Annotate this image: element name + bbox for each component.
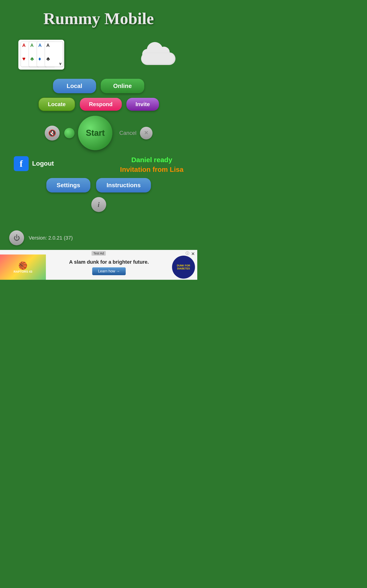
sub-mode-row: Locate Respond Invite (38, 97, 159, 111)
main-mode-row: Local Online (53, 79, 144, 93)
power-button[interactable]: ⏻ (9, 230, 24, 245)
respond-button[interactable]: Respond (80, 98, 122, 111)
cancel-label: Cancel (119, 130, 136, 136)
settings-instructions-row: Settings Instructions (46, 178, 151, 192)
instructions-button[interactable]: Instructions (96, 178, 151, 192)
facebook-icon: f (14, 156, 29, 171)
cancel-area: Cancel ✕ (119, 127, 152, 139)
ad-cta-button[interactable]: Learn how → (92, 267, 125, 275)
ad-badge: DUNK FOR DIABETES (172, 256, 195, 279)
info-button[interactable]: i (91, 197, 106, 212)
ad-headline: A slam dunk for a brighter future. (69, 259, 149, 265)
mute-icon: 🔇 (48, 129, 56, 137)
invitation-status: Invitation from Lisa (120, 166, 184, 173)
info-icon: i (98, 201, 100, 208)
ad-info-icon: ⓘ (186, 251, 189, 256)
cancel-button[interactable]: ✕ (140, 127, 152, 139)
player-dot-1 (64, 128, 75, 138)
player-ready-status: Daniel ready (131, 156, 172, 164)
cards-cloud-row: A ♥ A A ♣ A A ♦ A A ♣ A (0, 40, 197, 69)
ad-image: 🏀 RAPTORS 43 (0, 254, 46, 280)
card-4: A ♣ A (45, 42, 63, 67)
mode-buttons-section: Local Online Locate Respond Invite (0, 79, 197, 111)
app-title: Rummy Mobile (0, 9, 197, 28)
start-button[interactable]: Start (78, 116, 112, 150)
ad-badge-text: DUNK FOR DIABETES (172, 264, 195, 270)
local-button[interactable]: Local (53, 79, 96, 93)
locate-button[interactable]: Locate (38, 97, 75, 111)
ad-close-button[interactable]: ✕ (191, 251, 195, 257)
power-icon: ⏻ (14, 234, 20, 242)
invite-button[interactable]: Invite (126, 98, 159, 111)
version-label: Version: 2.0.21 (37) (29, 235, 73, 241)
status-section: Daniel ready Invitation from Lisa (120, 156, 184, 173)
ad-banner: Test Ad ⓘ ✕ 🏀 RAPTORS 43 A slam dunk for… (0, 250, 197, 280)
mute-button[interactable]: 🔇 (45, 126, 60, 141)
cloud-graphic (138, 44, 179, 65)
logout-button[interactable]: Logout (32, 160, 54, 167)
fb-logout-row: f Logout Daniel ready Invitation from Li… (0, 154, 197, 173)
cards-image: A ♥ A A ♣ A A ♦ A A ♣ A (18, 40, 64, 69)
online-button[interactable]: Online (101, 79, 144, 93)
ad-label: Test Ad (92, 251, 106, 256)
cancel-x-icon: ✕ (144, 130, 148, 136)
power-version-row: ⏻ Version: 2.0.21 (37) (0, 230, 197, 250)
ad-text-area: A slam dunk for a brighter future. Learn… (46, 259, 172, 275)
start-cancel-row: 🔇 Start Cancel ✕ (0, 116, 197, 150)
settings-button[interactable]: Settings (46, 178, 91, 192)
